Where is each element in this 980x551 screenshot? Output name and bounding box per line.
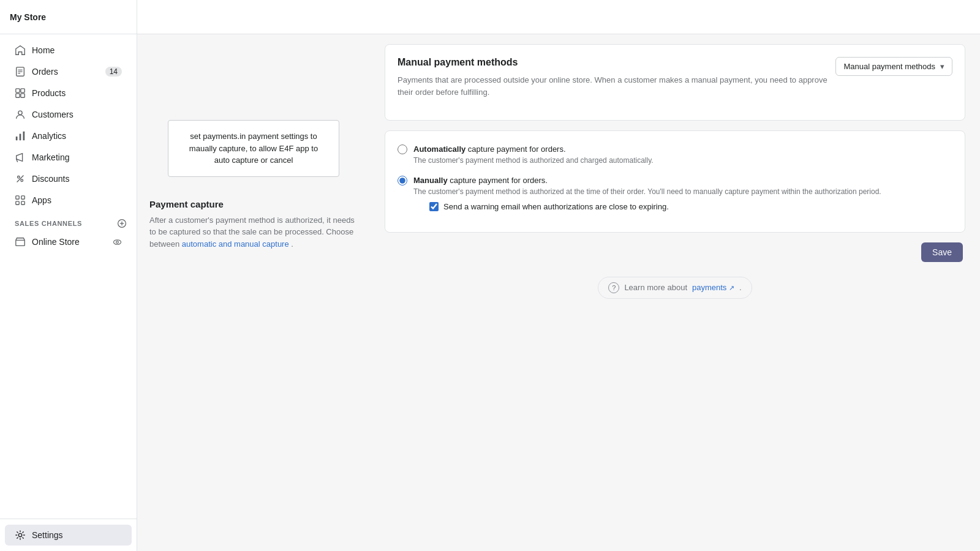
sidebar-item-discounts-label: Discounts [32,174,69,184]
sidebar-item-analytics-label: Analytics [32,131,66,141]
warning-email-checkbox-row: Send a warning email when authorizations… [429,202,881,211]
svg-rect-11 [23,132,25,140]
chevron-down-icon: ▾ [940,62,944,71]
sidebar-item-apps[interactable]: Apps [5,190,132,211]
warning-email-label: Send a warning email when authorizations… [443,202,669,211]
save-row: Save [385,242,965,262]
apps-icon [15,195,26,206]
main-content: set payments.in payment settings to maua… [137,0,980,551]
payment-capture-desc-end: . [291,239,293,249]
auto-manual-capture-link[interactable]: automatic and manual capture [182,239,289,249]
orders-badge: 14 [105,67,122,77]
sales-channels-section: SALES CHANNELS [0,211,137,231]
external-link-icon: ↗ [729,284,734,292]
manual-payment-header-text: Manual payment methods Payments that are… [398,57,835,108]
svg-rect-10 [20,133,21,140]
manual-capture-label-container: Manually capture payment for orders. The… [413,174,881,211]
svg-point-13 [21,179,23,182]
learn-more-end: . [739,283,742,292]
learn-more-row: ? Learn more about payments ↗ . [598,277,752,299]
payment-capture-title: Payment capture [149,199,358,209]
customers-icon [15,109,26,120]
top-bar [137,0,980,34]
manual-payment-methods-title: Manual payment methods [398,57,835,68]
manual-payment-header-row: Manual payment methods Payments that are… [398,57,952,108]
svg-rect-6 [16,94,20,97]
payments-link-text: payments [692,283,726,292]
sidebar-item-home-label: Home [32,45,55,55]
svg-rect-16 [21,196,24,199]
products-icon [15,88,26,99]
sidebar-item-marketing[interactable]: Marketing [5,147,132,168]
learn-more-text: Learn more about [624,283,687,292]
svg-rect-4 [16,89,20,92]
manual-capture-sublabel: The customer's payment method is authori… [413,187,881,197]
sidebar-item-home[interactable]: Home [5,40,132,61]
sidebar-item-marketing-label: Marketing [32,152,69,162]
svg-point-12 [18,176,20,179]
tooltip-box: set payments.in payment settings to maua… [168,120,339,177]
auto-capture-label-container: Automatically capture payment for orders… [413,143,654,166]
sidebar-item-customers-label: Customers [32,110,74,119]
sidebar-item-online-store-label: Online Store [32,237,80,247]
orders-icon [15,66,26,77]
manual-payment-methods-dropdown[interactable]: Manual payment methods ▾ [835,57,952,76]
left-panel: set payments.in payment settings to maua… [137,34,370,551]
payment-capture-desc: After a customer's payment method is aut… [149,214,358,250]
analytics-icon [15,130,26,141]
sidebar-item-customers[interactable]: Customers [5,104,132,125]
content-area: set payments.in payment settings to maua… [137,34,980,551]
auto-capture-radio[interactable] [398,144,407,154]
home-icon [15,45,26,56]
sidebar-bottom: Settings [0,519,137,551]
sidebar-item-products-label: Products [32,88,66,98]
save-button[interactable]: Save [921,242,963,262]
manual-payment-methods-desc: Payments that are processed outside your… [398,74,835,98]
sidebar-item-settings[interactable]: Settings [5,525,132,545]
help-icon: ? [608,282,619,293]
svg-point-8 [18,111,22,114]
auto-capture-label-bold: Automatically [413,144,466,154]
svg-rect-9 [16,137,18,140]
warning-email-checkbox[interactable] [429,202,439,211]
manual-capture-label-rest: capture payment for orders. [448,176,548,185]
sidebar-item-apps-label: Apps [32,195,51,205]
sidebar-top: My Store [0,0,137,34]
manual-capture-label-bold: Manually [413,176,448,185]
sidebar-item-online-store[interactable]: Online Store [5,231,132,252]
manual-payment-methods-card: Manual payment methods Payments that are… [385,44,965,121]
auto-capture-label-rest: capture payment for orders. [466,144,565,154]
svg-point-22 [114,239,121,244]
sidebar-item-analytics[interactable]: Analytics [5,126,132,146]
discounts-icon [15,173,26,184]
add-sales-channel-button[interactable] [117,219,127,228]
svg-point-23 [116,241,119,243]
auto-capture-option: Automatically capture payment for orders… [398,143,952,166]
sidebar-nav: Home Orders 14 Products Customers [0,34,137,519]
sales-channels-label: SALES CHANNELS [15,220,82,227]
online-store-icon [15,236,26,247]
marketing-icon [15,152,26,163]
svg-rect-18 [21,201,24,204]
auto-capture-sublabel: The customer's payment method is authori… [413,156,654,166]
svg-rect-7 [21,94,24,97]
sidebar-item-orders[interactable]: Orders 14 [5,61,132,82]
svg-point-24 [18,533,21,536]
settings-icon [15,530,26,541]
svg-rect-17 [16,201,19,204]
manual-capture-option: Manually capture payment for orders. The… [398,174,952,211]
payments-link[interactable]: payments ↗ [692,283,734,292]
sidebar-item-products[interactable]: Products [5,83,132,103]
online-store-eye-icon[interactable] [113,238,122,247]
tooltip-text: set payments.in payment settings to maua… [189,132,318,165]
sidebar-item-discounts[interactable]: Discounts [5,168,132,189]
svg-rect-5 [21,89,24,92]
sidebar-item-orders-label: Orders [32,67,58,77]
manual-capture-radio[interactable] [398,176,407,186]
payment-capture-left: Payment capture After a customer's payme… [149,199,358,250]
sidebar-item-settings-label: Settings [32,530,63,540]
store-name: My Store [10,12,46,22]
payment-capture-card: Automatically capture payment for orders… [385,130,965,233]
sidebar: My Store Home Orders 14 Products [0,0,137,551]
svg-rect-15 [16,196,19,199]
